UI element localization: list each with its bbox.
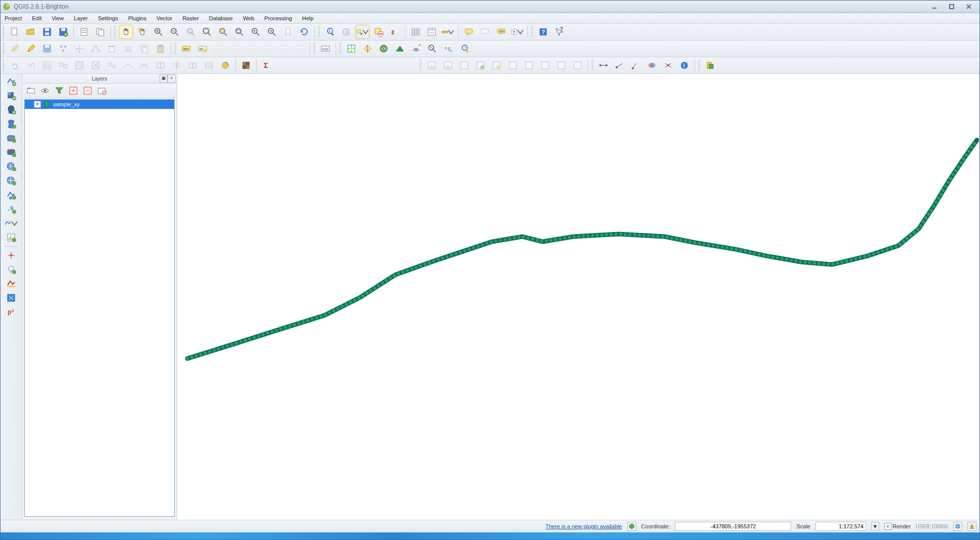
spatial-query-button[interactable]: ? xyxy=(458,42,472,56)
add-wfs-layer-button[interactable] xyxy=(4,188,19,202)
zoom-to-layer-button[interactable] xyxy=(232,25,247,39)
xy-tool-button[interactable]: x,y xyxy=(441,42,456,56)
topo-edge-button[interactable] xyxy=(612,58,627,72)
menu-layer[interactable]: Layer xyxy=(72,14,90,22)
menu-help[interactable]: Help xyxy=(300,14,316,22)
toolbar-grip[interactable] xyxy=(420,59,422,71)
paste-features-button[interactable] xyxy=(153,42,168,56)
grass-settings-button[interactable] xyxy=(570,58,585,72)
menu-plugins[interactable]: Plugins xyxy=(126,14,148,22)
reshape-button[interactable] xyxy=(121,58,135,72)
p2-button[interactable]: p2 xyxy=(4,305,19,319)
live-gps-button[interactable] xyxy=(4,263,19,276)
toolbar-grip[interactable] xyxy=(3,26,5,38)
select-by-expression-button[interactable]: ε xyxy=(388,25,402,39)
add-group-button[interactable] xyxy=(25,85,36,96)
layers-list[interactable]: × sample_xy xyxy=(24,99,175,517)
zoom-full-button[interactable] xyxy=(200,25,214,39)
layer-row-sample-xy[interactable]: × sample_xy xyxy=(25,100,174,109)
toolbar-grip[interactable] xyxy=(174,43,176,55)
georef-button[interactable] xyxy=(393,42,407,56)
render-checkbox[interactable]: × xyxy=(884,523,891,530)
topo-dangle-button[interactable] xyxy=(629,58,643,72)
cut-features-button[interactable] xyxy=(121,42,135,56)
run-feature-action-button[interactable] xyxy=(339,25,353,39)
add-feature-button[interactable] xyxy=(56,42,70,56)
highlight-label-button[interactable]: abc xyxy=(212,42,226,56)
rotate-feature-button[interactable] xyxy=(8,58,22,72)
show-hide-label-button[interactable]: abc xyxy=(244,42,258,56)
topo-overlap-button[interactable] xyxy=(645,58,659,72)
split-features-button[interactable] xyxy=(153,58,168,72)
grass-add-vector-button[interactable] xyxy=(473,58,487,72)
messages-icon[interactable] xyxy=(967,522,976,531)
grass-edit-button[interactable] xyxy=(538,58,552,72)
zoom-out-button[interactable] xyxy=(168,25,182,39)
topo-info-button[interactable]: i xyxy=(677,58,691,72)
menu-vector[interactable]: Vector xyxy=(154,14,174,22)
add-delimited-text-button[interactable]: ,9 xyxy=(4,203,19,216)
toolbar-grip[interactable] xyxy=(313,43,315,55)
field-calculator-button[interactable] xyxy=(425,25,439,39)
collapse-all-button[interactable] xyxy=(82,85,93,96)
zoom-last-button[interactable] xyxy=(249,25,263,39)
qgis-raster-interp-button[interactable] xyxy=(425,42,439,56)
node-tool-button[interactable] xyxy=(89,42,103,56)
add-mssql-layer-button[interactable] xyxy=(4,132,19,145)
plugin-manager-icon[interactable] xyxy=(627,522,636,531)
topo-check-button[interactable] xyxy=(661,58,675,72)
inject-expression-button[interactable] xyxy=(478,25,492,39)
menu-view[interactable]: View xyxy=(50,14,66,22)
whats-this-button[interactable]: ? xyxy=(552,25,566,39)
save-edits-button[interactable] xyxy=(40,42,54,56)
add-raster-layer-button[interactable] xyxy=(4,89,19,102)
save-project-as-button[interactable] xyxy=(56,25,70,39)
toolbar-grip[interactable] xyxy=(591,59,593,71)
select-features-button[interactable] xyxy=(355,25,370,39)
pin-label-button[interactable]: abc xyxy=(228,42,242,56)
toggle-editing-button[interactable] xyxy=(24,42,38,56)
add-postgis-layer-button[interactable] xyxy=(4,103,19,117)
map-canvas[interactable] xyxy=(177,74,979,520)
current-edits-button[interactable] xyxy=(8,42,22,56)
text-annotation-button[interactable]: T xyxy=(510,25,524,39)
grass-new-mapset-button[interactable] xyxy=(425,58,439,72)
identify-features-button[interactable]: i xyxy=(323,25,337,39)
toolbar-grip[interactable] xyxy=(339,43,341,55)
delete-selected-button[interactable] xyxy=(105,42,119,56)
grass-close-mapset-button[interactable] xyxy=(457,58,471,72)
menu-database[interactable]: Database xyxy=(207,14,235,22)
rotate-label-button[interactable]: abc xyxy=(276,42,291,56)
label-layer-button[interactable]: ab xyxy=(195,42,210,56)
toolbar-grip[interactable] xyxy=(3,43,5,55)
rotate-point-symbols-button[interactable] xyxy=(218,58,232,72)
pan-tool-button[interactable] xyxy=(119,25,133,39)
measure-line-button[interactable] xyxy=(441,25,455,39)
menu-settings[interactable]: Settings xyxy=(96,14,120,22)
abc-label-button[interactable]: abc xyxy=(179,42,193,56)
menu-processing[interactable]: Processing xyxy=(262,14,294,22)
merge-attributes-button[interactable] xyxy=(202,58,216,72)
move-label-button[interactable]: abc xyxy=(260,42,274,56)
move-feature-button[interactable] xyxy=(72,42,87,56)
sql-anywhere-button[interactable] xyxy=(4,291,19,304)
toolbar-grip[interactable] xyxy=(3,59,5,71)
plugin-available-link[interactable]: There is a new plugin available xyxy=(546,523,622,529)
add-wms-layer-button[interactable] xyxy=(4,160,19,173)
add-part-button[interactable] xyxy=(56,58,70,72)
simplify-feature-button[interactable] xyxy=(24,58,38,72)
expand-all-button[interactable] xyxy=(68,85,79,96)
grass-open-mapset-button[interactable] xyxy=(441,58,455,72)
coord-capture-button[interactable] xyxy=(344,42,358,56)
scale-input[interactable] xyxy=(815,522,866,531)
menu-raster[interactable]: Raster xyxy=(180,14,200,22)
grass-shell-button[interactable] xyxy=(554,58,568,72)
add-vector-layer-button[interactable] xyxy=(4,75,19,88)
minimize-button[interactable] xyxy=(926,2,943,11)
gps-input-button[interactable] xyxy=(4,249,19,262)
delete-ring-button[interactable] xyxy=(89,58,103,72)
evis-button[interactable] xyxy=(377,42,391,56)
add-wcs-layer-button[interactable] xyxy=(4,174,19,187)
oracle-georaster-button[interactable] xyxy=(4,277,19,290)
topo-node-button[interactable] xyxy=(596,58,610,72)
